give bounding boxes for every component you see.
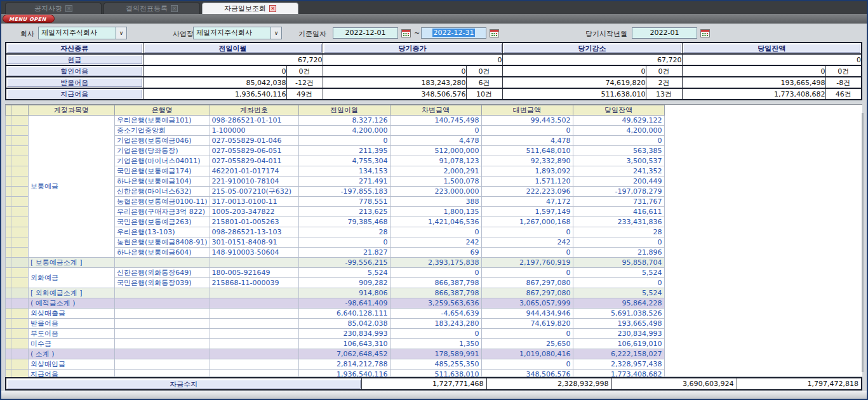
row-indicator-cell[interactable] <box>6 349 11 359</box>
amount-cell[interactable]: 1,597,149 <box>481 207 573 217</box>
bank-name-cell[interactable] <box>115 309 210 319</box>
bank-name-cell[interactable] <box>115 298 210 309</box>
row-selector-cell[interactable] <box>11 359 29 370</box>
row-indicator-cell[interactable] <box>6 288 11 298</box>
amount-cell[interactable]: 242 <box>390 237 481 248</box>
row-indicator-cell[interactable] <box>6 359 11 370</box>
account-number-cell[interactable] <box>210 288 298 298</box>
row-indicator-cell[interactable] <box>6 197 11 207</box>
amount-cell[interactable]: 866,387,798 <box>390 278 481 288</box>
amount-cell[interactable]: 0 <box>298 136 390 146</box>
amount-cell[interactable]: 4,200,000 <box>573 126 664 136</box>
amount-cell[interactable]: 223,000,000 <box>390 187 481 197</box>
amount-cell[interactable]: 25,650 <box>481 339 573 349</box>
menu-open-button[interactable]: MENU OPEN <box>3 15 55 23</box>
row-selector-cell[interactable] <box>11 217 29 227</box>
row-indicator-cell[interactable] <box>6 136 11 146</box>
amount-cell[interactable]: -99,556,215 <box>298 258 390 268</box>
calendar-icon[interactable] <box>490 28 499 37</box>
chevron-down-icon[interactable]: ∨ <box>270 27 281 39</box>
account-number-cell[interactable] <box>210 319 298 329</box>
bank-name-cell[interactable]: 기업은행(보통예금046) <box>115 136 210 146</box>
calendar-icon[interactable] <box>700 28 710 37</box>
row-selector-cell[interactable] <box>11 187 29 197</box>
base-date-to-input[interactable]: 2022-12-31 <box>421 27 486 39</box>
amount-cell[interactable]: 193,665,498 <box>573 319 664 329</box>
amount-cell[interactable]: 79,385,468 <box>298 217 390 227</box>
row-selector-cell[interactable] <box>11 207 29 217</box>
bank-name-cell[interactable]: 국민은행(보통예금263) <box>115 217 210 227</box>
bank-name-cell[interactable]: 우리은행(구매자금3억 822) <box>115 207 210 217</box>
amount-cell[interactable]: 69 <box>390 248 481 258</box>
amount-cell[interactable]: 242 <box>481 237 573 248</box>
account-number-cell[interactable]: 301-0151-8408-91 <box>210 237 298 248</box>
amount-cell[interactable]: 3,500,537 <box>573 156 664 166</box>
amount-cell[interactable]: 0 <box>481 359 573 370</box>
row-selector-cell[interactable] <box>11 116 29 126</box>
row-indicator-cell[interactable] <box>6 126 11 136</box>
row-selector-cell[interactable] <box>11 126 29 136</box>
bank-name-cell[interactable] <box>115 329 210 339</box>
amount-cell[interactable]: 4,478 <box>390 136 481 146</box>
row-selector-cell[interactable] <box>11 227 29 237</box>
account-name-cell[interactable]: 부도어음 <box>29 329 115 339</box>
amount-cell[interactable]: 944,434,946 <box>481 309 573 319</box>
amount-cell[interactable]: 140,745,498 <box>390 116 481 126</box>
account-number-cell[interactable]: 215801-01-005263 <box>210 217 298 227</box>
amount-cell[interactable]: 28 <box>573 227 664 237</box>
amount-cell[interactable]: 0 <box>481 126 573 136</box>
amount-cell[interactable]: 8,327,126 <box>298 116 390 126</box>
bank-name-cell[interactable] <box>115 258 210 268</box>
account-number-cell[interactable] <box>210 359 298 370</box>
row-indicator-cell[interactable] <box>6 319 11 329</box>
amount-cell[interactable]: 1,571,120 <box>481 177 573 187</box>
amount-cell[interactable]: 211,395 <box>298 146 390 156</box>
amount-cell[interactable]: 1,893,092 <box>481 166 573 177</box>
bank-name-cell[interactable] <box>115 288 210 298</box>
amount-cell[interactable]: 2,000,291 <box>390 166 481 177</box>
amount-cell[interactable]: 5,524 <box>298 268 390 278</box>
account-number-cell[interactable]: 180-005-921649 <box>210 268 298 278</box>
row-selector-cell[interactable] <box>11 329 29 339</box>
row-selector-cell[interactable] <box>11 309 29 319</box>
amount-cell[interactable]: 2,814,212,788 <box>298 359 390 370</box>
account-name-cell[interactable]: [ 외화예금소계 ] <box>29 288 115 298</box>
amount-cell[interactable]: 241,352 <box>573 166 664 177</box>
row-indicator-cell[interactable] <box>6 309 11 319</box>
amount-cell[interactable]: 1,267,000,168 <box>481 217 573 227</box>
amount-cell[interactable]: 106,643,310 <box>298 339 390 349</box>
account-name-cell[interactable]: 외상매출금 <box>29 309 115 319</box>
account-number-cell[interactable] <box>210 258 298 268</box>
amount-cell[interactable]: 3,065,057,999 <box>481 298 573 309</box>
row-selector-cell[interactable] <box>11 136 29 146</box>
tab-결의전표등록[interactable]: 결의전표등록✕ <box>103 3 200 14</box>
tab-자금일보조회[interactable]: 자금일보조회✕ <box>202 3 298 14</box>
amount-cell[interactable]: 222,223,096 <box>481 187 573 197</box>
row-selector-cell[interactable] <box>11 156 29 166</box>
bank-name-cell[interactable]: 농협은행(보통예금0100-11) <box>115 197 210 207</box>
amount-cell[interactable]: 200,449 <box>573 177 664 187</box>
bank-name-cell[interactable]: 하나은행(보통예금104) <box>115 177 210 187</box>
amount-cell[interactable]: 134,153 <box>298 166 390 177</box>
bank-name-cell[interactable]: 국민은행(외화통장039) <box>115 278 210 288</box>
account-number-cell[interactable]: 148-910003-50604 <box>210 248 298 258</box>
amount-cell[interactable]: 21,827 <box>298 248 390 258</box>
amount-cell[interactable]: 233,431,836 <box>573 217 664 227</box>
company-select[interactable]: 제일저지주식회사 ∨ <box>38 27 127 39</box>
account-number-cell[interactable]: 221-910010-78104 <box>210 177 298 187</box>
site-select[interactable]: 제일저지주식회사 ∨ <box>193 27 282 39</box>
account-number-cell[interactable]: 098-286521-13-103 <box>210 227 298 237</box>
amount-cell[interactable]: 914,806 <box>298 288 390 298</box>
amount-cell[interactable]: 0 <box>481 268 573 278</box>
amount-cell[interactable]: 95,864,228 <box>573 298 664 309</box>
amount-cell[interactable]: 867,297,080 <box>481 278 573 288</box>
row-indicator-cell[interactable] <box>6 177 11 187</box>
amount-cell[interactable]: 85,042,038 <box>298 319 390 329</box>
account-number-cell[interactable]: 215-05-007210(구632) <box>210 187 298 197</box>
amount-cell[interactable]: 99,443,502 <box>481 116 573 126</box>
row-indicator-cell[interactable] <box>6 146 11 156</box>
amount-cell[interactable]: 4,200,000 <box>298 126 390 136</box>
amount-cell[interactable]: 271,491 <box>298 177 390 187</box>
amount-cell[interactable]: 0 <box>573 237 664 248</box>
amount-cell[interactable]: 1,019,080,416 <box>481 349 573 359</box>
